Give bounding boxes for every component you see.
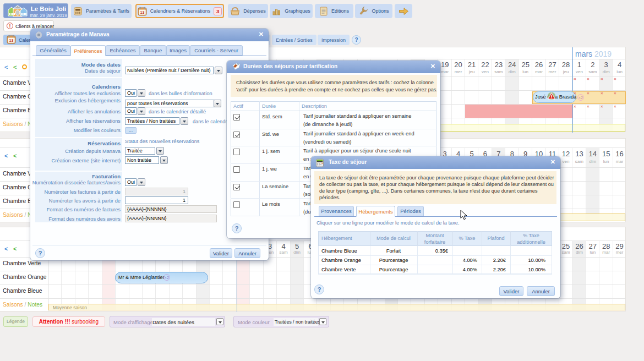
svg-text:13: 13 bbox=[9, 38, 14, 42]
svg-text:13: 13 bbox=[140, 10, 144, 14]
